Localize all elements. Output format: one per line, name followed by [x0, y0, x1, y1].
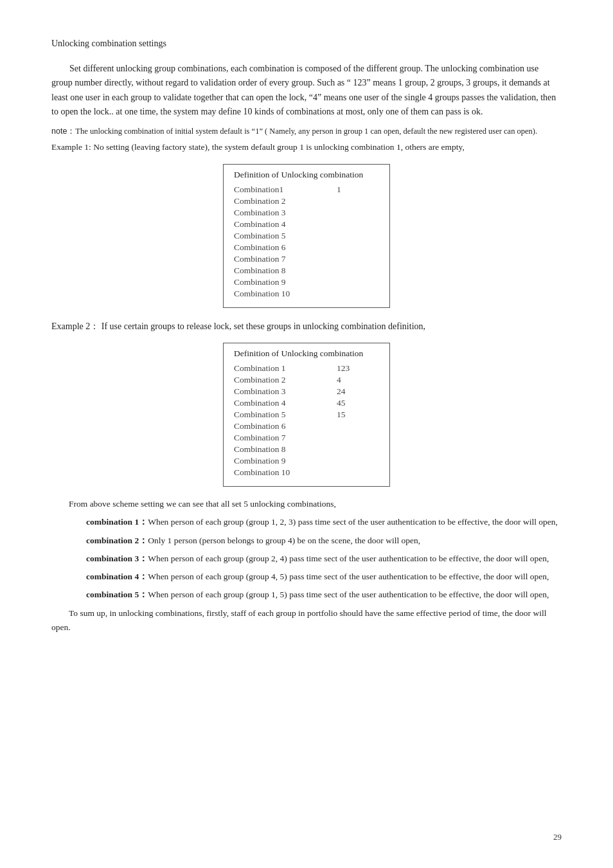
combination-detail-label: combination 5： [86, 590, 148, 599]
table-row: Combination 515 [234, 409, 374, 420]
combination-value: 123 [337, 363, 356, 374]
combination-value [337, 421, 356, 431]
table-row: Combination 6 [234, 420, 374, 432]
combination-value: 24 [337, 386, 356, 397]
combination-name: Combination 4 [234, 398, 311, 408]
table-row: Combination 7 [234, 253, 374, 265]
combination-value: 4 [337, 375, 356, 385]
note-content: The unlocking combination of initial sys… [75, 127, 537, 136]
table-row: Combination 10 [234, 288, 374, 300]
example1-label: Example 1: No setting (leaving factory s… [51, 140, 562, 154]
table-row: Combination11 [234, 184, 374, 195]
table-row: Combination 6 [234, 242, 374, 253]
combination-name: Combination 3 [234, 208, 311, 218]
combination-name: Combination 4 [234, 219, 311, 230]
combination-detail-text: When person of each group (group 4, 5) p… [148, 572, 549, 581]
combination-name: Combination 6 [234, 421, 311, 431]
combination-value [337, 242, 356, 253]
table-row: Combination 24 [234, 374, 374, 386]
combination-name: Combination 9 [234, 277, 311, 287]
combination-name: Combination 5 [234, 410, 311, 420]
combination-detail-5: combination 5：When person of each group … [51, 588, 562, 602]
combination-name: Combination 8 [234, 266, 311, 276]
combination-value: 15 [337, 410, 356, 420]
example2-label: Example 2： If use certain groups to rele… [51, 321, 562, 332]
table2-header: Definition of Unlocking combination [234, 348, 374, 359]
table-row: Combination 2 [234, 195, 374, 207]
combination-name: Combination 7 [234, 254, 311, 264]
table-row: Combination 1123 [234, 363, 374, 374]
table-row: Combination 8 [234, 444, 374, 455]
combination-value [337, 196, 356, 206]
table1: Definition of Unlocking combination Comb… [223, 164, 390, 308]
combination-value [337, 467, 356, 478]
combination-detail-label: combination 3： [86, 554, 148, 563]
note-label: note： [51, 127, 75, 136]
combination-value [337, 433, 356, 443]
combination-detail-label: combination 2： [86, 536, 148, 545]
combination-detail-label: combination 4： [86, 572, 148, 581]
combination-name: Combination 1 [234, 363, 311, 374]
combination-detail-text: When person of each group (group 1, 5) p… [148, 590, 549, 599]
combination-name: Combination 2 [234, 196, 311, 206]
combination-value [337, 277, 356, 287]
combination-value [337, 266, 356, 276]
combination-name: Combination 3 [234, 386, 311, 397]
combination-value [337, 219, 356, 230]
combination-value [337, 456, 356, 466]
combination-detail-text: Only 1 person (person belongs to group 4… [148, 536, 420, 545]
table-row: Combination 445 [234, 397, 374, 409]
table1-rows: Combination11Combination 2Combination 3C… [234, 184, 374, 300]
combination-name: Combination 2 [234, 375, 311, 385]
combination-value [337, 208, 356, 218]
table-row: Combination 7 [234, 432, 374, 444]
combination-value [337, 231, 356, 241]
closing-text: To sum up, in unlocking combinations, fi… [51, 606, 562, 635]
table2-rows: Combination 1123Combination 24Combinatio… [234, 363, 374, 478]
table-row: Combination 324 [234, 386, 374, 397]
table-row: Combination 8 [234, 265, 374, 276]
summary-intro: From above scheme setting we can see tha… [51, 497, 562, 511]
combination-name: Combination 10 [234, 467, 311, 478]
table-row: Combination 3 [234, 207, 374, 219]
combination-detail-text: When person of each group (group 2, 4) p… [148, 554, 549, 563]
table-row: Combination 9 [234, 276, 374, 288]
combinations-detail: combination 1：When person of each group … [51, 515, 562, 602]
combination-value [337, 254, 356, 264]
page-title: Unlocking combination settings [51, 39, 562, 49]
combination-name: Combination 9 [234, 456, 311, 466]
table2-container: Definition of Unlocking combination Comb… [51, 343, 562, 487]
combination-name: Combination1 [234, 185, 311, 195]
combination-detail-1: combination 1：When person of each group … [51, 515, 562, 529]
table-row: Combination 4 [234, 219, 374, 230]
combination-value [337, 444, 356, 455]
combination-name: Combination 7 [234, 433, 311, 443]
combination-detail-4: combination 4：When person of each group … [51, 570, 562, 584]
table-row: Combination 10 [234, 467, 374, 478]
combination-name: Combination 8 [234, 444, 311, 455]
combination-value: 1 [337, 185, 356, 195]
table-row: Combination 5 [234, 230, 374, 242]
combination-detail-3: combination 3：When person of each group … [51, 552, 562, 566]
table1-header: Definition of Unlocking combination [234, 170, 374, 180]
combination-name: Combination 10 [234, 289, 311, 299]
combination-value: 45 [337, 398, 356, 408]
page-number: 29 [553, 832, 562, 842]
intro-paragraph: Set different unlocking group combinatio… [51, 62, 562, 120]
table1-container: Definition of Unlocking combination Comb… [51, 164, 562, 308]
table2: Definition of Unlocking combination Comb… [223, 343, 390, 487]
note-paragraph: note：The unlocking combination of initia… [51, 125, 562, 138]
combination-value [337, 289, 356, 299]
combination-detail-2: combination 2：Only 1 person (person belo… [51, 534, 562, 548]
combination-name: Combination 5 [234, 231, 311, 241]
combination-detail-text: When person of each group (group 1, 2, 3… [148, 517, 558, 527]
combination-detail-label: combination 1： [86, 517, 148, 527]
table-row: Combination 9 [234, 455, 374, 467]
combination-name: Combination 6 [234, 242, 311, 253]
